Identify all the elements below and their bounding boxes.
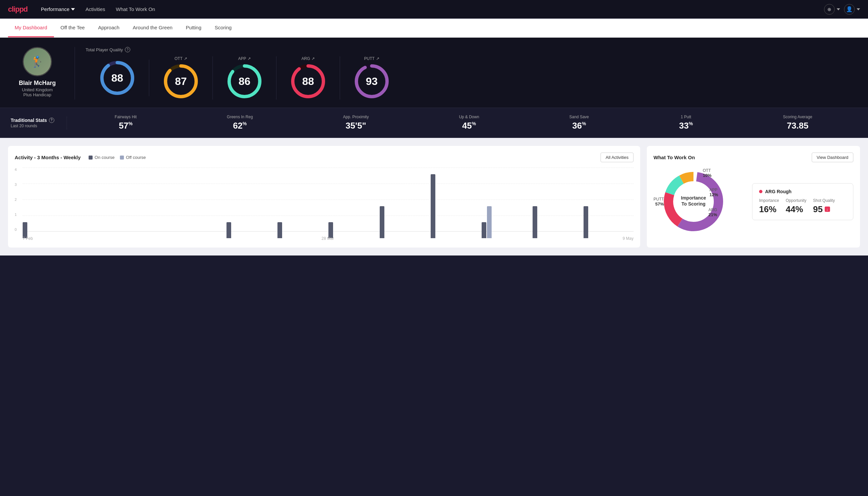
ring-app: APP ↗ 86 [213, 56, 277, 99]
ring-arg-value: 88 [302, 75, 314, 88]
stat-scoring-average: Scoring Average 73.85 [783, 114, 812, 131]
stat-sand-save: Sand Save 36% [569, 114, 589, 131]
tabs-bar: My Dashboard Off the Tee Approach Around… [0, 19, 868, 37]
ring-putt-value: 93 [366, 75, 378, 88]
activity-chart-card: Activity - 3 Months - Weekly On course O… [8, 146, 640, 248]
legend-on-course-dot [89, 156, 93, 159]
stat-app-proximity: App. Proximity 35'5" [343, 114, 369, 131]
bar-on-5 [226, 222, 231, 238]
ring-putt-label: PUTT ↗ [364, 56, 379, 61]
info-icon[interactable]: ? [125, 47, 130, 52]
bar-on-6 [278, 222, 282, 238]
putt-pct-label: 57% [653, 202, 664, 206]
all-activities-button[interactable]: All Activities [601, 153, 633, 162]
traditional-stats: Traditional Stats ? Last 20 rounds Fairw… [0, 108, 868, 138]
bar-group-1 [23, 222, 73, 238]
ring-total-value: 88 [111, 72, 123, 84]
stat-greens-in-reg: Greens In Reg 62% [227, 114, 253, 131]
user-icon[interactable]: 👤 [844, 4, 855, 15]
stat-up-and-down: Up & Down 45% [459, 114, 479, 131]
nav-what-to-work-on[interactable]: What To Work On [116, 6, 155, 12]
main-content: Activity - 3 Months - Weekly On course O… [0, 138, 868, 255]
work-card-header: What To Work On View Dashboard [653, 153, 853, 162]
tab-putting[interactable]: Putting [179, 19, 208, 37]
arg-importance: Importance 16% [759, 198, 779, 215]
arg-shot-quality: Shot Quality 95 ↓ [813, 198, 835, 215]
bar-on-10 [482, 222, 486, 238]
donut-chart-svg: Importance To Scoring [653, 165, 740, 235]
ring-arg-container: 88 [290, 63, 327, 99]
tab-off-the-tee[interactable]: Off the Tee [54, 19, 92, 37]
ott-pct-label: 10% [703, 173, 711, 178]
arg-metrics: Importance 16% Opportunity 44% Shot Qual… [759, 198, 846, 215]
ring-arg-label: ARG ↗ [301, 56, 315, 61]
y-label-4: 4 [15, 168, 17, 172]
arg-shot-quality-val: 95 ↓ [813, 204, 835, 215]
avatar: 🏌️ [23, 47, 52, 76]
x-label-feb: 7 Feb [23, 236, 33, 241]
nav-actions: ⊕ 👤 [824, 4, 860, 15]
putt-arrow-icon: ↗ [376, 56, 379, 61]
trad-info-icon[interactable]: ? [49, 118, 54, 123]
bar-group-10 [482, 206, 532, 238]
trad-stats-label: Traditional Stats ? Last 20 rounds [11, 118, 64, 128]
ott-arrow-icon: ↗ [184, 56, 187, 61]
player-info: 🏌️ Blair McHarg United Kingdom Plus Hand… [11, 47, 64, 97]
nav-links: Performance Activities What To Work On [41, 6, 824, 12]
bar-on-7 [328, 222, 333, 238]
ring-ott-container: 87 [162, 63, 199, 99]
brand-logo[interactable]: clippd [8, 5, 28, 14]
top-nav: clippd Performance Activities What To Wo… [0, 0, 868, 19]
donut-chart-container: Importance To Scoring OTT 10% APP 12% AR… [653, 165, 747, 238]
arg-rough-title: ARG Rough [765, 189, 791, 194]
legend-on-course: On course [89, 155, 114, 160]
add-button-group: ⊕ [824, 4, 840, 15]
bar-on-1 [23, 222, 27, 238]
arg-box-header: ARG Rough [759, 189, 846, 194]
chart-legend: On course Off course [89, 155, 146, 160]
tab-approach[interactable]: Approach [91, 19, 126, 37]
nav-performance[interactable]: Performance [41, 6, 75, 12]
tab-my-dashboard[interactable]: My Dashboard [8, 19, 54, 37]
bar-chart: 4 3 2 1 0 [15, 168, 633, 241]
stat-fairways-hit: Fairways Hit 57% [114, 114, 137, 131]
legend-off-course: Off course [120, 155, 146, 160]
trad-stats-period: Last 20 rounds [11, 124, 64, 128]
bar-on-11 [533, 206, 537, 238]
user-chevron-icon [857, 8, 860, 10]
y-label-2: 2 [15, 198, 17, 202]
bars-area [23, 168, 633, 238]
bar-group-12 [584, 206, 633, 238]
bar-group-8 [380, 206, 430, 238]
tab-around-the-green[interactable]: Around the Green [126, 19, 179, 37]
tab-scoring[interactable]: Scoring [208, 19, 238, 37]
chart-card-header: Activity - 3 Months - Weekly On course O… [15, 153, 633, 162]
ring-total-container: 88 [99, 60, 136, 96]
y-label-1: 1 [15, 213, 17, 217]
player-name: Blair McHarg [19, 80, 56, 87]
bar-group-7 [328, 222, 378, 238]
ring-arg: ARG ↗ 88 [277, 56, 340, 99]
chevron-down-icon [71, 7, 75, 11]
ring-ott: OTT ↗ 87 [149, 56, 213, 99]
donut-label-app: APP 12% [709, 188, 718, 197]
bar-group-5 [226, 222, 277, 238]
arg-rough-dot [759, 190, 762, 193]
donut-label-ott: OTT 10% [703, 168, 711, 178]
x-label-may: 9 May [622, 236, 633, 241]
chart-header-left: Activity - 3 Months - Weekly On course O… [15, 155, 146, 160]
view-dashboard-button[interactable]: View Dashboard [812, 153, 853, 162]
hero-section: 🏌️ Blair McHarg United Kingdom Plus Hand… [0, 37, 868, 108]
bar-group-11 [533, 206, 583, 238]
y-label-0: 0 [15, 228, 17, 232]
arg-rough-box: ARG Rough Importance 16% Opportunity 44% [752, 183, 853, 220]
user-button-group: 👤 [844, 4, 860, 15]
total-quality-label: Total Player Quality ? [85, 47, 857, 52]
app-pct-label: 12% [709, 192, 718, 197]
arg-opportunity-val: 44% [786, 204, 806, 215]
ring-ott-value: 87 [175, 75, 187, 88]
add-icon[interactable]: ⊕ [824, 4, 835, 15]
work-card-title: What To Work On [653, 155, 695, 160]
nav-activities[interactable]: Activities [85, 6, 105, 12]
bar-on-9 [431, 174, 435, 238]
